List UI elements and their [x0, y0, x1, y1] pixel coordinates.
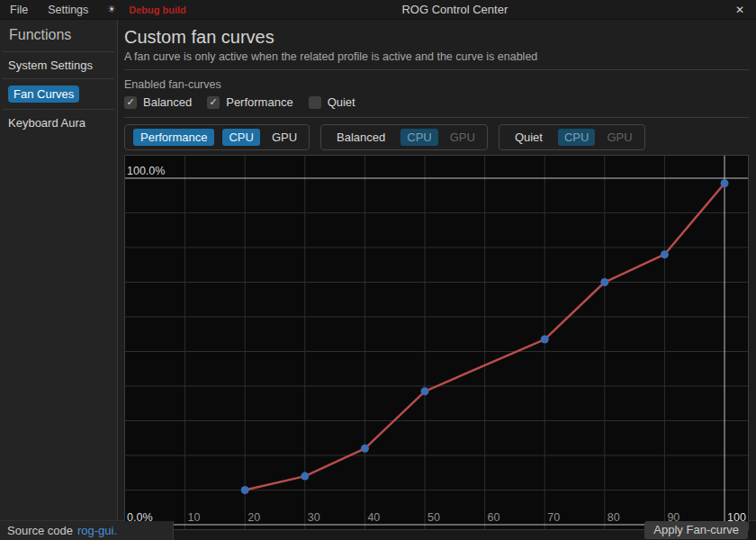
tab-balanced-gpu[interactable]: GPU: [446, 129, 479, 146]
sidebar-item-fan-curves[interactable]: Fan Curves: [0, 79, 117, 109]
profile-tab-row: Performance CPU GPU Balanced CPU GPU Qui…: [124, 124, 749, 150]
page-title: Custom fan curves: [124, 27, 749, 48]
checkbox-label: Quiet: [328, 95, 356, 109]
sidebar-item-keyboard-aura[interactable]: Keyboard Aura: [0, 110, 117, 136]
curve-point[interactable]: [661, 250, 669, 258]
curve-point[interactable]: [301, 472, 309, 481]
menu-file[interactable]: File: [0, 4, 38, 16]
sidebar-header: Functions: [0, 22, 117, 51]
checkbox-quiet[interactable]: Quiet: [309, 95, 356, 109]
checkbox-balanced[interactable]: ✓ Balanced: [124, 95, 192, 109]
profile-group-balanced: Balanced CPU GPU: [320, 124, 488, 150]
tab-balanced[interactable]: Balanced: [329, 129, 392, 146]
window-title: ROG Control Center: [186, 3, 724, 16]
close-icon[interactable]: ✕: [724, 4, 756, 16]
profile-group-quiet: Quiet CPU GPU: [499, 124, 645, 150]
theme-sun-icon[interactable]: ☀: [107, 4, 116, 15]
menu-settings[interactable]: Settings: [38, 4, 98, 16]
source-code-footer: Source code rog-gui.: [0, 521, 174, 540]
tab-balanced-cpu[interactable]: CPU: [400, 129, 437, 146]
checkbox-icon: ✓: [207, 96, 220, 109]
checkbox-icon: ✓: [124, 96, 137, 109]
checkbox-label: Performance: [226, 95, 292, 109]
main-panel: Custom fan curves A fan curve is only ac…: [118, 20, 756, 520]
enabled-fan-curves-row: ✓ Balanced ✓ Performance Quiet: [124, 95, 749, 109]
fan-curve-chart[interactable]: 102030405060708090100100.0%0.0%: [124, 155, 749, 530]
footer-actions: Apply Fan-curve: [174, 521, 756, 540]
divider: [124, 69, 749, 70]
sidebar-item-label: Fan Curves: [8, 86, 79, 103]
tab-quiet-gpu[interactable]: GPU: [603, 129, 635, 146]
source-code-text: Source code: [7, 524, 73, 537]
curve-point[interactable]: [600, 278, 608, 286]
bottombar: Source code rog-gui. Apply Fan-curve: [0, 520, 756, 540]
curve-point[interactable]: [361, 445, 369, 453]
tab-quiet-cpu[interactable]: CPU: [558, 129, 595, 146]
sidebar-item-label: Keyboard Aura: [8, 114, 86, 131]
sidebar-item-system-settings[interactable]: System Settings: [0, 52, 117, 78]
sidebar-item-label: System Settings: [8, 57, 93, 74]
check-icon: ✓: [126, 97, 134, 107]
source-code-link[interactable]: rog-gui.: [77, 524, 117, 537]
profile-group-performance: Performance CPU GPU: [124, 124, 310, 150]
titlebar: File Settings ☀ Debug build ROG Control …: [0, 0, 756, 20]
sidebar: Functions System Settings Fan Curves Key…: [0, 20, 118, 520]
tab-performance-cpu[interactable]: CPU: [222, 129, 259, 146]
tab-performance[interactable]: Performance: [133, 129, 214, 146]
curve-point[interactable]: [541, 336, 549, 344]
debug-build-label: Debug build: [129, 4, 186, 15]
apply-fan-curve-button[interactable]: Apply Fan-curve: [644, 521, 748, 539]
tab-performance-gpu[interactable]: GPU: [268, 129, 301, 146]
curve-point[interactable]: [241, 486, 249, 494]
checkbox-performance[interactable]: ✓ Performance: [207, 95, 292, 109]
fan-curve-plot[interactable]: 102030405060708090100100.0%0.0%: [125, 156, 748, 529]
tab-quiet[interactable]: Quiet: [508, 129, 550, 146]
enabled-fan-curves-label: Enabled fan-curves: [124, 78, 749, 91]
curve-point[interactable]: [721, 179, 729, 187]
checkbox-icon: [309, 96, 321, 109]
checkbox-label: Balanced: [143, 95, 192, 109]
app-body: Functions System Settings Fan Curves Key…: [0, 20, 756, 520]
curve-point[interactable]: [421, 387, 429, 395]
check-icon: ✓: [210, 97, 218, 107]
page-subtitle: A fan curve is only active when the rela…: [124, 50, 749, 63]
divider: [124, 117, 749, 118]
y-max-label: 100.0%: [127, 165, 165, 177]
